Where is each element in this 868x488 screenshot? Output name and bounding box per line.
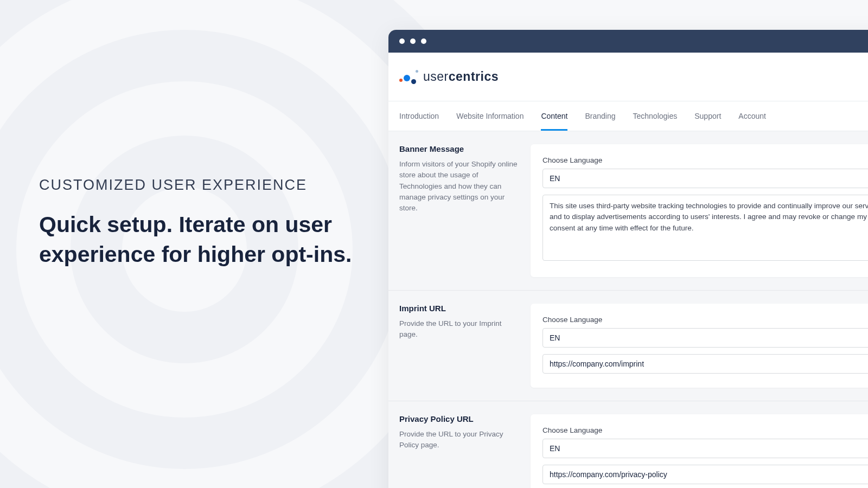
imprint-url-input[interactable] [542, 354, 868, 374]
window-controls [399, 38, 426, 44]
imprint-card: Choose Language EN ▲▼ [531, 304, 868, 388]
hero-eyebrow: CUSTOMIZED USER EXPERIENCE [39, 177, 365, 194]
brand-name: usercentrics [423, 69, 499, 84]
tab-introduction[interactable]: Introduction [399, 102, 439, 131]
privacy-language-select[interactable]: EN ▲▼ [542, 439, 868, 458]
banner-language-label: Choose Language [542, 156, 868, 164]
imprint-title: Imprint URL [399, 304, 518, 313]
tab-content[interactable]: Content [541, 102, 567, 131]
window-control-close[interactable] [399, 38, 405, 44]
app-window: usercentrics Introduction Website Inform… [388, 30, 868, 488]
privacy-language-value: EN [550, 444, 560, 453]
imprint-language-select[interactable]: EN ▲▼ [542, 328, 868, 348]
banner-title: Banner Message [399, 144, 518, 153]
privacy-url-input[interactable] [542, 465, 868, 484]
privacy-language-label: Choose Language [542, 426, 868, 434]
brand-logo: usercentrics [399, 68, 499, 86]
tab-account[interactable]: Account [738, 102, 766, 131]
imprint-description: Provide the URL to your Imprint page. [399, 318, 518, 341]
section-banner-message: Banner Message Inform visitors of your S… [388, 131, 868, 291]
tab-bar: Introduction Website Information Content… [388, 101, 868, 131]
banner-language-value: EN [550, 174, 560, 183]
brand-bar: usercentrics [388, 53, 868, 101]
tab-website-information[interactable]: Website Information [456, 102, 524, 131]
banner-card: Choose Language EN ▲▼ [531, 144, 868, 277]
hero-block: CUSTOMIZED USER EXPERIENCE Quick setup. … [39, 177, 365, 269]
banner-language-select[interactable]: EN ▲▼ [542, 169, 868, 188]
content-panel: Banner Message Inform visitors of your S… [388, 131, 868, 488]
window-control-minimize[interactable] [410, 38, 416, 44]
tab-support[interactable]: Support [694, 102, 721, 131]
section-privacy-url: Privacy Policy URL Provide the URL to yo… [388, 401, 868, 488]
tab-technologies[interactable]: Technologies [633, 102, 678, 131]
privacy-card: Choose Language EN ▲▼ [531, 414, 868, 488]
privacy-description: Provide the URL to your Privacy Policy p… [399, 429, 518, 451]
window-control-zoom[interactable] [421, 38, 426, 44]
banner-description: Inform visitors of your Shopify online s… [399, 159, 518, 214]
tab-branding[interactable]: Branding [585, 102, 615, 131]
imprint-language-value: EN [550, 333, 560, 342]
brand-logo-mark [399, 68, 419, 86]
window-titlebar [388, 30, 868, 53]
banner-message-textarea[interactable] [542, 195, 868, 261]
hero-headline: Quick setup. Iterate on user experience … [39, 210, 365, 269]
privacy-title: Privacy Policy URL [399, 414, 518, 423]
section-imprint-url: Imprint URL Provide the URL to your Impr… [388, 291, 868, 401]
imprint-language-label: Choose Language [542, 316, 868, 324]
